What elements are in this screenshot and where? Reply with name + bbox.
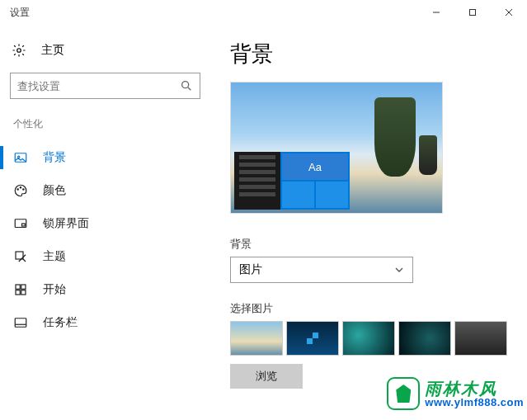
picture-thumb[interactable]: [286, 321, 339, 356]
home-link[interactable]: 主页: [10, 40, 200, 73]
sidebar-item-label: 颜色: [43, 183, 66, 198]
svg-line-6: [188, 87, 191, 90]
maximize-button[interactable]: [454, 0, 491, 25]
svg-rect-15: [16, 285, 20, 289]
picture-thumb[interactable]: [230, 321, 283, 356]
sidebar-item-themes[interactable]: 主题: [10, 240, 200, 273]
sidebar-item-label: 背景: [43, 150, 66, 165]
sidebar-item-lockscreen[interactable]: 锁屏界面: [10, 207, 200, 240]
watermark-url: www.ylmf888.com: [425, 397, 524, 408]
picture-thumb[interactable]: [454, 321, 507, 356]
palette-icon: [13, 183, 28, 198]
svg-point-11: [23, 189, 25, 191]
sidebar-item-label: 开始: [43, 282, 66, 297]
preview-tile-text: Aa: [282, 153, 348, 180]
sidebar-section-label: 个性化: [13, 117, 200, 131]
search-icon: [180, 79, 193, 92]
svg-point-5: [182, 82, 189, 88]
gear-icon: [12, 43, 26, 58]
sidebar-item-taskbar[interactable]: 任务栏: [10, 306, 200, 339]
search-field[interactable]: [17, 80, 180, 92]
sidebar-item-start[interactable]: 开始: [10, 273, 200, 306]
sidebar-item-colors[interactable]: 颜色: [10, 174, 200, 207]
home-label: 主页: [41, 43, 64, 58]
sidebar-item-background[interactable]: 背景: [10, 141, 200, 174]
picture-thumb[interactable]: [342, 321, 395, 356]
browse-button[interactable]: 浏览: [230, 364, 303, 389]
taskbar-icon: [13, 315, 28, 330]
picture-icon: [13, 150, 28, 165]
sidebar-item-label: 主题: [43, 249, 66, 264]
background-dropdown[interactable]: 图片: [230, 257, 413, 283]
choose-picture-label: 选择图片: [230, 301, 527, 316]
watermark-cn: 雨林木风: [425, 380, 524, 397]
svg-rect-13: [22, 224, 26, 226]
sidebar-item-label: 锁屏界面: [43, 216, 89, 231]
svg-point-9: [17, 189, 19, 191]
svg-rect-17: [16, 290, 20, 295]
sidebar-item-label: 任务栏: [43, 315, 78, 330]
themes-icon: [13, 249, 28, 264]
svg-rect-1: [470, 10, 476, 16]
svg-point-10: [20, 187, 21, 189]
page-title: 背景: [230, 40, 527, 68]
svg-rect-19: [15, 319, 26, 328]
desktop-preview: Aa: [230, 82, 443, 214]
start-icon: [13, 282, 28, 297]
minimize-button[interactable]: [418, 0, 454, 25]
background-field-label: 背景: [230, 237, 527, 252]
close-button[interactable]: [491, 0, 527, 25]
svg-point-4: [17, 49, 21, 53]
picture-thumb[interactable]: [398, 321, 451, 356]
watermark-logo-icon: [387, 377, 420, 410]
window-title: 设置: [10, 6, 30, 20]
watermark: 雨林木风 www.ylmf888.com: [387, 377, 524, 410]
svg-rect-16: [21, 285, 26, 289]
dropdown-value: 图片: [239, 262, 262, 277]
chevron-down-icon: [394, 265, 404, 275]
svg-rect-18: [21, 290, 26, 295]
lockscreen-icon: [13, 216, 28, 231]
search-input[interactable]: [10, 73, 200, 99]
